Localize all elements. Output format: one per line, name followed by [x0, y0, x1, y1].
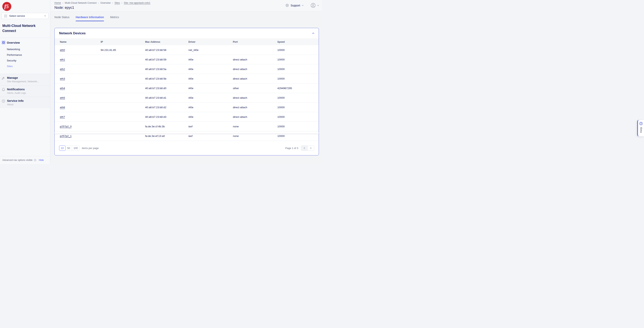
previous-page-button[interactable]: [301, 146, 308, 151]
info-circle-icon: [34, 159, 36, 162]
cell-speed: 10000: [277, 58, 319, 61]
cell-name: eth6: [60, 106, 101, 109]
cell-port: direct attach: [233, 116, 277, 118]
table-row: eth640:a6:b7:23:b8:d2i40edirect attach10…: [54, 102, 319, 112]
breadcrumb-item[interactable]: Site: mw-appstack-colo1: [124, 2, 150, 4]
page-size-100[interactable]: 100: [72, 146, 80, 151]
cell-mac-address: 40:a6:b7:23:b8:d3: [145, 116, 188, 118]
cell-mac-address: 40:a6:b7:23:b8:d2: [145, 106, 188, 109]
column-header-driver: Driver: [188, 40, 233, 43]
next-page-button[interactable]: [308, 146, 314, 151]
tab-hardware-information[interactable]: Hardware Information: [76, 16, 104, 21]
device-link[interactable]: p257p2_0: [60, 125, 72, 128]
avatar-icon: [310, 3, 316, 8]
product-title: Multi-Cloud Network Connect: [0, 19, 50, 33]
device-link[interactable]: eth6: [60, 106, 65, 109]
cell-driver: i40e: [188, 106, 233, 109]
cell-name: eth4: [60, 87, 101, 90]
collapse-card-button[interactable]: [312, 32, 314, 35]
cell-driver: i40e: [188, 77, 233, 80]
main-content: Home›Multi-Cloud Network Connect›Overvie…: [50, 0, 322, 164]
breadcrumb-item[interactable]: Overview: [100, 2, 110, 4]
advanced-nav-text: Advanced nav options visible: [2, 159, 32, 162]
breadcrumb-separator: ›: [98, 2, 99, 4]
cell-port: other: [233, 87, 277, 90]
sidebar-item-overview[interactable]: Overview: [0, 40, 50, 44]
support-menu[interactable]: Support: [285, 4, 304, 7]
cell-speed: 10000: [277, 116, 319, 118]
wrench-icon: [2, 76, 6, 83]
breadcrumb: Home›Multi-Cloud Network Connect›Overvie…: [54, 2, 322, 4]
cell-name: eth0: [60, 48, 101, 52]
items-per-page-label: items per page: [82, 147, 99, 150]
cell-name: eth7: [60, 116, 101, 118]
device-link[interactable]: eth3: [60, 77, 65, 80]
manage-subtitle: Site Management, Networki...: [7, 80, 39, 83]
page-size-50[interactable]: 50: [66, 146, 72, 151]
device-link[interactable]: eth2: [60, 68, 65, 70]
device-link[interactable]: eth1: [60, 58, 65, 61]
table-row: eth340:a6:b7:23:b8:5bi40edirect attach10…: [54, 74, 319, 84]
chevron-down-icon: [302, 4, 304, 7]
device-link[interactable]: eth5: [60, 96, 65, 99]
cell-speed: 10000: [277, 106, 319, 109]
breadcrumb-item[interactable]: Sites: [114, 2, 120, 4]
manage-label: Manage: [7, 76, 39, 79]
sidebar-item-performance[interactable]: Performance: [0, 52, 50, 58]
sidebar-item-sites[interactable]: Sites: [0, 64, 50, 69]
sidebar-item-service-info[interactable]: Service Info About: [0, 97, 50, 108]
cell-speed: 10000: [277, 77, 319, 80]
page-size-10[interactable]: 10: [59, 146, 66, 151]
device-link[interactable]: eth7: [60, 116, 65, 118]
cell-port: direct attach: [233, 58, 277, 61]
info-icon: [2, 99, 6, 106]
cell-speed: 10000: [277, 134, 319, 138]
cell-driver: i40e: [188, 68, 233, 70]
column-header-mac-address: Mac Address: [145, 40, 188, 43]
sidebar: f5 Select service Multi-Cloud Network Co…: [0, 0, 50, 164]
breadcrumb-item[interactable]: Multi-Cloud Network Connect: [65, 2, 96, 4]
cell-speed: 4294967295: [277, 87, 319, 90]
cell-mac-address: fa:de:3e:cf:4b:3b: [145, 125, 188, 128]
overview-grid-icon: [2, 40, 6, 44]
cell-mac-address: 40:a6:b7:23:b8:d1: [145, 96, 188, 99]
cell-driver: i40e: [188, 87, 233, 90]
overview-label: Overview: [7, 41, 20, 44]
table-row: eth740:a6:b7:23:b8:d3i40edirect attach10…: [54, 112, 319, 122]
page-title: Node: epyc1: [54, 6, 322, 10]
cell-mac-address: 40:a6:b7:23:b8:58: [145, 48, 188, 52]
cell-mac-address: 40:a6:b7:23:b8:59: [145, 58, 188, 61]
service-info-subtitle: About: [7, 103, 24, 106]
tab-metrics[interactable]: Metrics: [110, 16, 119, 21]
sidebar-item-manage[interactable]: Manage Site Management, Networki...: [0, 74, 50, 85]
device-link[interactable]: eth0: [60, 48, 65, 52]
cell-name: p257p2_1: [60, 134, 101, 138]
sidebar-item-notifications[interactable]: Notifications Alerts, Audit Logs: [0, 85, 50, 97]
device-link[interactable]: eth4: [60, 87, 65, 90]
cell-name: eth5: [60, 96, 101, 99]
items-per-page-control: 1050100 items per page: [59, 146, 99, 151]
cell-speed: 10000: [277, 48, 319, 52]
table-row: eth540:a6:b7:23:b8:d1i40edirect attach10…: [54, 93, 319, 102]
cell-driver: iavf: [188, 134, 233, 138]
user-menu[interactable]: [310, 3, 319, 8]
service-selector[interactable]: Select service: [2, 13, 48, 19]
cell-port: none: [233, 125, 277, 128]
cell-driver: net_i40e: [188, 48, 233, 52]
column-header-name: Name: [60, 40, 101, 43]
hide-nav-button[interactable]: Hide: [39, 159, 44, 162]
table-row: eth140:a6:b7:23:b8:59i40edirect attach10…: [54, 55, 319, 64]
sidebar-item-security[interactable]: Security: [0, 58, 50, 64]
f5-logo-icon[interactable]: f5: [2, 2, 11, 11]
support-label: Support: [290, 4, 300, 7]
device-link[interactable]: p257p2_1: [60, 134, 72, 138]
next-card-peek[interactable]: [54, 132, 319, 134]
bell-icon: [2, 88, 6, 94]
cell-driver: i40e: [188, 96, 233, 99]
sidebar-item-networking[interactable]: Networking: [0, 46, 50, 52]
breadcrumb-item[interactable]: Home: [54, 2, 61, 4]
service-selector-label: Select service: [9, 14, 44, 17]
grid-dots-icon: [4, 14, 7, 18]
cell-port: direct attach: [233, 96, 277, 99]
tab-node-status[interactable]: Node Status: [54, 16, 70, 21]
